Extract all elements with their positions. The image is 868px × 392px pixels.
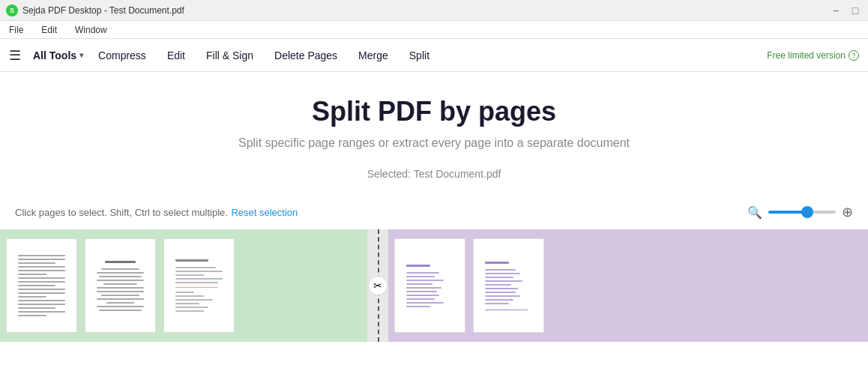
menu-window[interactable]: Window [72,23,110,37]
title-bar: S Sejda PDF Desktop - Test Document.pdf … [0,0,868,21]
scissors-divider: ✂ [367,229,388,342]
pages-area: ✂ [0,229,868,342]
page-line [485,295,520,297]
page-4-content [402,259,458,313]
page-line [406,265,430,267]
page-line [175,303,199,304]
zoom-controls: 🔍 ⊕ [747,204,853,220]
page-line [406,287,441,289]
page-line [485,303,509,304]
page-line [97,306,144,307]
page-line [18,259,65,260]
page-line [175,299,213,301]
zoom-out-icon[interactable]: 🔍 [747,205,762,220]
maximize-button[interactable]: □ [849,4,862,17]
page-thumb-4[interactable] [394,238,465,333]
page-line [406,283,433,285]
page-line [175,310,204,312]
page-line [406,302,444,304]
page-line [175,282,218,283]
page-line [97,298,144,300]
page-line [175,259,208,262]
page-5-content [480,256,537,316]
page-line [99,276,142,277]
page-line [485,284,511,286]
page-subtitle: Split specific page ranges or extract ev… [15,136,853,150]
page-line [406,276,435,277]
page-line [18,300,65,301]
free-version-badge[interactable]: Free limited version ? [767,50,859,61]
page-line [18,289,65,290]
nav-edit[interactable]: Edit [167,49,185,61]
page-line [485,269,516,271]
page-line [485,262,509,264]
info-icon: ? [849,50,859,61]
page-line [485,288,518,289]
minimize-button[interactable]: − [829,4,843,17]
page-line [18,304,65,305]
title-bar-text: Sejda PDF Desktop - Test Document.pdf [22,5,829,16]
page-title: Split PDF by pages [15,96,853,127]
page-thumb-1[interactable] [6,238,77,333]
page-line [101,268,139,270]
page-1-content [13,249,70,322]
zoom-slider[interactable] [768,211,836,214]
all-tools-label: All Tools [33,49,76,61]
page-line [97,272,144,274]
page-line [175,295,204,297]
page-line [485,280,522,282]
menu-edit[interactable]: Edit [38,23,60,37]
instruction-area: Click pages to select. Shift, Ctrl to se… [15,205,298,219]
all-tools-button[interactable]: All Tools ▾ [33,49,83,61]
page-line [485,310,528,310]
page-line [175,278,223,280]
page-line [18,270,65,271]
page-line [406,295,439,296]
page-line [175,267,216,268]
nav-merge[interactable]: Merge [358,49,388,61]
page-line [406,291,437,292]
page-line [99,310,142,311]
page-line [18,274,46,275]
page-line [175,274,204,276]
app-logo: S [6,4,18,16]
page-line [18,262,55,264]
page-2-content [92,255,148,317]
toolbar: ☰ All Tools ▾ Compress Edit Fill & Sign … [0,39,868,72]
page-line [18,255,65,256]
page-line [406,272,439,274]
reset-selection-button[interactable]: Reset selection [231,207,298,218]
page-line [485,299,513,301]
hamburger-menu[interactable]: ☰ [9,47,21,64]
page-thumb-2[interactable] [85,238,156,333]
page-line [18,307,55,309]
free-version-label: Free limited version [767,50,846,61]
page-line [406,298,435,300]
main-content: Split PDF by pages Split specific page r… [0,72,868,204]
page-line [406,280,444,281]
page-thumb-5[interactable] [473,238,544,333]
page-line [175,287,218,288]
nav-compress[interactable]: Compress [98,49,146,61]
page-line [101,295,139,296]
page-line [97,280,144,281]
page-thumb-3[interactable] [163,238,235,333]
selected-file: Selected: Test Document.pdf [15,168,853,180]
nav-split[interactable]: Split [409,49,430,61]
zoom-in-icon[interactable]: ⊕ [842,204,853,220]
page-line [485,292,516,293]
page-line [18,296,46,298]
page-line [97,287,144,289]
page-line [18,266,65,268]
page-line [175,307,208,308]
instruction-bar: Click pages to select. Shift, Ctrl to se… [0,204,868,220]
page-line [106,302,135,304]
title-bar-controls: − □ [829,4,862,17]
page-line [18,281,65,283]
nav-fill-sign[interactable]: Fill & Sign [206,49,253,61]
page-line [97,291,144,292]
menu-file[interactable]: File [6,23,26,37]
page-line [18,277,65,279]
page-line [18,292,65,294]
nav-delete-pages[interactable]: Delete Pages [274,49,337,61]
